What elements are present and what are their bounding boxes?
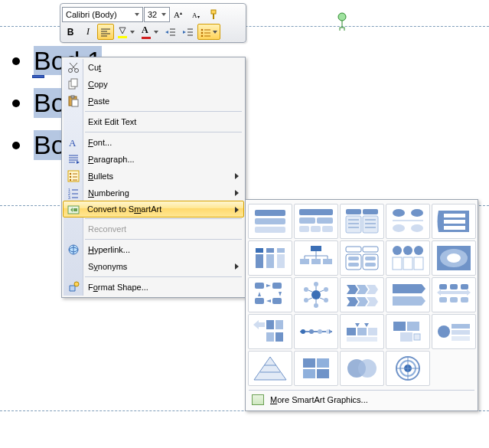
- bullet-icon: [12, 100, 20, 107]
- svg-rect-35: [72, 100, 78, 106]
- menu-item-convert-to-smartart[interactable]: Convert to SmartArt: [63, 201, 244, 217]
- menu-separator: [85, 276, 242, 277]
- svg-rect-107: [348, 257, 359, 260]
- menu-item-format-shape[interactable]: Format Shape...: [64, 279, 243, 296]
- smartart-thumbnail[interactable]: [386, 314, 430, 349]
- menu-item-font[interactable]: A Font...: [64, 134, 243, 151]
- font-name-combo[interactable]: Calibri (Body): [62, 7, 143, 22]
- chevron-down-icon: [154, 31, 158, 34]
- menu-item-hyperlink[interactable]: Hyperlink...: [64, 241, 243, 258]
- smartart-thumbnail[interactable]: [432, 204, 476, 239]
- svg-marker-149: [437, 289, 471, 296]
- more-smartart-graphics[interactable]: More SmartArt Graphics...: [247, 391, 476, 409]
- smartart-thumbnail[interactable]: [248, 240, 292, 276]
- paste-icon: [67, 95, 80, 107]
- chevron-down-icon: [130, 31, 135, 34]
- svg-rect-152: [461, 284, 468, 289]
- menu-item-paragraph[interactable]: Paragraph...: [64, 151, 243, 168]
- menu-item-paste[interactable]: Paste: [64, 93, 243, 110]
- svg-rect-100: [300, 259, 309, 264]
- svg-rect-153: [439, 297, 447, 302]
- svg-rect-114: [393, 257, 402, 270]
- svg-rect-158: [275, 320, 283, 329]
- smartart-thumbnail[interactable]: [386, 240, 430, 276]
- increase-indent-button[interactable]: [180, 24, 197, 40]
- svg-rect-92: [266, 248, 274, 253]
- smartart-thumbnail[interactable]: [248, 277, 292, 312]
- svg-rect-57: [73, 208, 77, 211]
- smartart-thumbnail[interactable]: [386, 204, 430, 239]
- smartart-thumbnail[interactable]: [248, 204, 292, 239]
- menu-item-exit-edit-text[interactable]: Exit Edit Text: [64, 113, 243, 130]
- svg-marker-125: [266, 299, 271, 302]
- svg-marker-145: [357, 297, 368, 306]
- smartart-thumbnail[interactable]: [340, 277, 384, 312]
- svg-rect-178: [452, 324, 470, 329]
- italic-button[interactable]: I: [80, 24, 96, 40]
- smartart-thumbnail[interactable]: [294, 204, 338, 239]
- smartart-thumbnail[interactable]: [386, 351, 430, 386]
- svg-point-22: [201, 31, 204, 34]
- svg-point-134: [304, 287, 308, 292]
- rotate-handle-icon[interactable]: [333, 12, 351, 31]
- svg-marker-147: [393, 284, 425, 293]
- highlight-color-button[interactable]: [115, 24, 138, 40]
- shrink-font-button[interactable]: A▾: [188, 6, 205, 22]
- menu-label: Reconvert: [88, 224, 126, 234]
- svg-rect-91: [256, 248, 263, 253]
- svg-rect-175: [400, 332, 412, 342]
- font-icon: A: [67, 136, 80, 149]
- chevron-down-icon: [161, 13, 166, 16]
- decrease-indent-button[interactable]: [162, 24, 179, 40]
- smartart-thumbnail[interactable]: [432, 240, 476, 276]
- svg-rect-154: [450, 297, 458, 302]
- smartart-thumbnail[interactable]: [294, 314, 338, 349]
- smartart-thumbnail[interactable]: [340, 204, 384, 239]
- selection-handle[interactable]: [32, 75, 44, 78]
- smartart-thumbnail[interactable]: [340, 351, 384, 386]
- smartart-icon: [252, 394, 264, 405]
- grow-font-button[interactable]: A▴: [171, 6, 187, 22]
- font-size-combo[interactable]: 32: [144, 7, 170, 22]
- smartart-thumbnail[interactable]: [340, 314, 384, 349]
- svg-point-112: [403, 246, 412, 255]
- menu-separator: [85, 239, 242, 240]
- svg-rect-66: [317, 217, 333, 224]
- smartart-thumbnail[interactable]: [432, 314, 476, 349]
- smartart-thumbnail[interactable]: [248, 314, 292, 349]
- menu-item-copy[interactable]: Copy: [64, 76, 243, 93]
- format-painter-button[interactable]: [206, 6, 223, 22]
- smartart-thumbnail[interactable]: [432, 277, 476, 312]
- menu-item-cut[interactable]: Cut: [64, 59, 243, 76]
- smartart-thumbnail[interactable]: [386, 277, 430, 312]
- svg-marker-156: [253, 320, 265, 329]
- bold-button[interactable]: B: [62, 24, 79, 40]
- svg-rect-103: [346, 247, 361, 252]
- smartart-thumbnail[interactable]: [294, 240, 338, 276]
- svg-rect-124: [272, 298, 282, 304]
- svg-marker-41: [77, 161, 80, 164]
- smartart-thumbnail[interactable]: [340, 240, 384, 276]
- svg-rect-116: [414, 257, 423, 270]
- menu-item-synonyms[interactable]: Synonyms: [64, 258, 243, 275]
- smartart-thumbnail[interactable]: [248, 351, 292, 386]
- svg-rect-34: [71, 96, 74, 98]
- align-button[interactable]: [97, 24, 114, 40]
- menu-item-numbering[interactable]: 123 Numbering: [64, 185, 243, 201]
- menu-label: Paste: [88, 96, 109, 106]
- svg-rect-93: [277, 248, 285, 253]
- menu-item-bullets[interactable]: Bullets: [64, 168, 243, 185]
- svg-rect-88: [256, 254, 263, 268]
- menu-label: Bullets: [88, 172, 113, 181]
- svg-marker-148: [393, 296, 425, 306]
- smartart-thumbnail[interactable]: [294, 351, 338, 386]
- copy-icon: [67, 78, 80, 90]
- smartart-thumbnail[interactable]: [294, 277, 338, 312]
- font-color-button[interactable]: A: [139, 24, 161, 40]
- svg-point-131: [324, 298, 328, 302]
- bullets-button[interactable]: [197, 24, 220, 40]
- svg-rect-8: [213, 14, 214, 19]
- svg-text:A: A: [69, 137, 77, 149]
- svg-point-82: [393, 224, 405, 232]
- svg-marker-127: [258, 292, 261, 296]
